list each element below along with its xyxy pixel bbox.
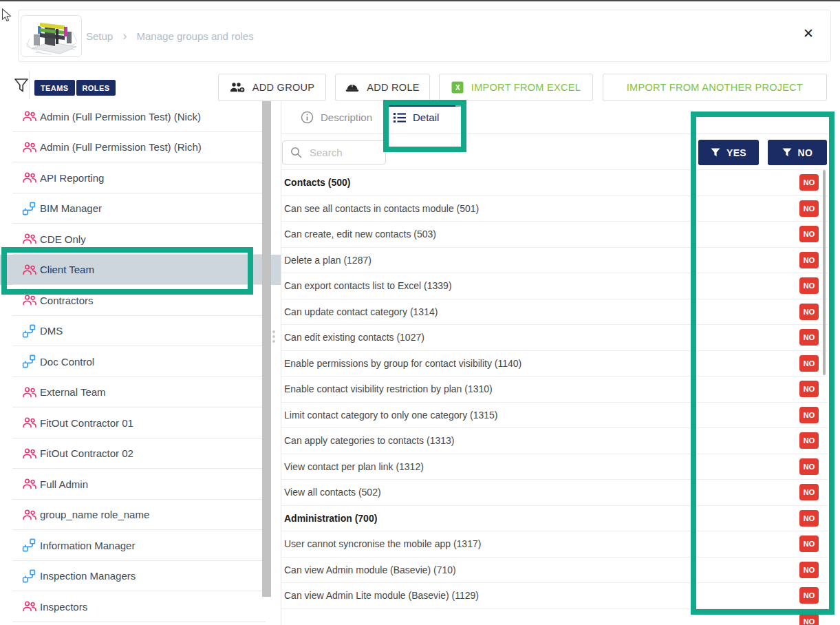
close-icon[interactable]: ✕ (803, 27, 814, 40)
role-hierarchy-icon (22, 569, 36, 583)
team-people-icon (22, 294, 37, 306)
search-input[interactable] (308, 146, 380, 159)
bim-model-thumbnail (24, 18, 79, 55)
filter-funnel-icon[interactable] (13, 77, 30, 97)
add-role-button[interactable]: ADD ROLE (335, 74, 430, 101)
tab-description[interactable]: Description (301, 101, 372, 134)
import-from-another-project-button[interactable]: IMPORT FROM ANOTHER PROJECT (603, 74, 827, 101)
team-people-icon (22, 416, 37, 429)
team-people-icon (22, 447, 37, 460)
import-from-excel-button[interactable]: X IMPORT FROM EXCEL (439, 74, 593, 101)
sidebar-item-admin-full-permission-test-nick[interactable]: Admin (Full Permission Test) (Nick) (0, 101, 281, 132)
role-hierarchy-icon (22, 354, 36, 368)
mouse-cursor (1, 8, 12, 25)
no-badge[interactable]: NO (799, 613, 819, 625)
tab-description-label: Description (321, 112, 372, 123)
sidebar-item-doc-control[interactable]: Doc Control (0, 346, 281, 377)
header-card: Setup › Manage groups and roles ✕ (18, 10, 831, 62)
permission-label: Can see all contacts in contacts module … (284, 203, 479, 214)
role-hierarchy-icon (22, 538, 36, 552)
sidebar-item-dms[interactable]: DMS (0, 316, 281, 347)
breadcrumb-setup[interactable]: Setup (86, 30, 113, 42)
permission-label: Can apply categories to contacts (1313) (284, 435, 454, 446)
manage-groups-and-roles-screen: Setup › Manage groups and roles ✕ TEAMS … (0, 0, 840, 625)
sidebar-item-label: Doc Control (40, 356, 94, 368)
team-people-icon (22, 233, 37, 245)
team-people-icon (22, 600, 37, 613)
sidebar-item-label: CDE Only (40, 233, 86, 245)
team-people-icon (22, 478, 37, 490)
role-hierarchy-icon (22, 202, 36, 215)
sidebar-item-fitout-contractor-01[interactable]: FitOut Contractor 01 (0, 407, 281, 438)
window-top-edge (0, 0, 840, 1)
sidebar-item-group-name-role-name[interactable]: group_name role_name (0, 500, 281, 531)
svg-text:X: X (455, 84, 460, 92)
sidebar-item-external-team[interactable]: External Team (0, 377, 281, 408)
toolbar-divider (29, 71, 30, 99)
add-role-label: ADD ROLE (367, 82, 420, 93)
search-icon (290, 147, 302, 158)
sidebar-item-fitout-contractor-02[interactable]: FitOut Contractor 02 (0, 438, 281, 469)
sidebar-item-label: API Reporting (40, 172, 104, 184)
permission-label: Enable permissions by group for contact … (284, 358, 521, 369)
sidebar-item-label: Admin (Full Permission Test) (Nick) (40, 111, 201, 123)
sidebar-scrollbar-thumb[interactable] (262, 101, 271, 597)
sidebar-item-admin-full-permission-test-rich[interactable]: Admin (Full Permission Test) (Rich) (0, 132, 281, 163)
permission-label: Can update contact category (1314) (284, 306, 438, 317)
permission-label: Limit contact category to only one categ… (284, 410, 498, 421)
import-from-excel-label: IMPORT FROM EXCEL (471, 82, 581, 93)
sidebar-item-label: BIM Manager (40, 202, 102, 214)
sidebar-item-label: Inspection Managers (40, 570, 136, 582)
sidebar-item-label: Full Admin (40, 478, 88, 490)
sidebar-item-label: External Team (40, 386, 106, 398)
annotation-box-values-column (691, 112, 834, 615)
permission-label: Can view Admin module (Basevie) (710) (284, 564, 456, 575)
team-people-icon (22, 171, 37, 184)
add-group-button[interactable]: ADD GROUP (218, 74, 326, 101)
annotation-box-client-team (1, 247, 253, 295)
sidebar-item-label: FitOut Contractor 02 (40, 447, 133, 459)
sidebar-item-information-manager[interactable]: Information Manager (0, 530, 281, 561)
pane-resize-handle[interactable] (272, 330, 275, 343)
permission-label: View contact per plan link (1312) (284, 461, 424, 472)
hard-hat-icon (345, 82, 359, 93)
sidebar-item-label: Inspectors (40, 601, 87, 613)
sidebar-item-api-reporting[interactable]: API Reporting (0, 162, 281, 193)
info-icon (301, 111, 314, 124)
sidebar-item-label: Admin (Full Permission Test) (Rich) (40, 141, 202, 153)
permission-label: Delete a plan (1287) (284, 255, 371, 266)
teams-toggle-button[interactable]: TEAMS (34, 80, 75, 96)
permission-label: Can edit existing contacts (1027) (284, 332, 424, 343)
permission-label: User cannot syncronise the mobile app (1… (284, 538, 481, 549)
teams-roles-toggle: TEAMS ROLES (34, 80, 116, 96)
permission-label: Enable contact visibility restriction by… (284, 383, 493, 394)
group-add-icon (230, 82, 245, 93)
sidebar-item-inspection-managers[interactable]: Inspection Managers (0, 561, 281, 592)
excel-file-icon: X (451, 81, 464, 94)
sidebar-item-inspectors[interactable]: Inspectors (0, 591, 281, 622)
sidebar-item-label: Contractors (40, 295, 94, 306)
sidebar-item-bim-manager[interactable]: BIM Manager (0, 193, 281, 224)
role-hierarchy-icon (22, 324, 36, 338)
sidebar-item-label: Information Manager (40, 540, 135, 551)
team-people-icon (22, 509, 37, 521)
search-box (282, 140, 386, 165)
permission-label: Contacts (500) (284, 177, 350, 188)
project-logo (21, 15, 82, 57)
import-from-another-project-label: IMPORT FROM ANOTHER PROJECT (627, 82, 804, 93)
sidebar-item-full-admin[interactable]: Full Admin (0, 469, 281, 500)
add-group-label: ADD GROUP (252, 82, 315, 93)
sidebar-item-label: FitOut Contractor 01 (40, 417, 133, 429)
team-people-icon (22, 110, 37, 123)
sidebar-item-label: DMS (40, 325, 63, 337)
breadcrumb-chevron-icon: › (122, 29, 127, 42)
team-people-icon (22, 141, 37, 153)
permission-label: View all contacts (502) (284, 487, 381, 498)
breadcrumb-current-page: Manage groups and roles (137, 30, 254, 42)
permission-label: Can create, edit new contacts (503) (284, 229, 436, 240)
permission-label: Administration (700) (284, 513, 377, 524)
roles-toggle-button[interactable]: ROLES (76, 80, 116, 96)
annotation-box-detail-tab (383, 100, 466, 152)
sidebar-item-label: group_name role_name (40, 509, 149, 520)
permission-label: Can view Admin Lite module (Basevie) (11… (284, 590, 479, 601)
